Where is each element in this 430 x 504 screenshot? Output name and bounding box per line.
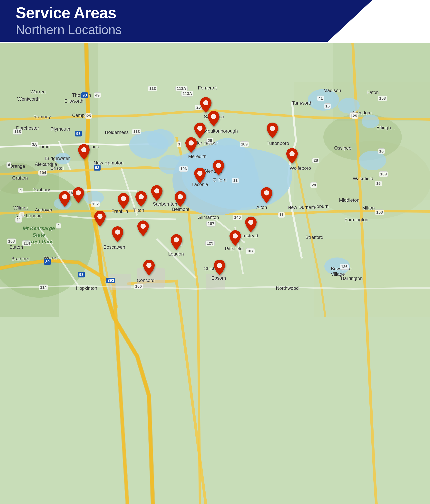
city-label-alton: Alton <box>256 205 267 210</box>
road-label-109-2: 109 <box>379 171 388 177</box>
map-pin-gilford[interactable] <box>213 160 224 176</box>
road-label-118: 118 <box>13 129 22 135</box>
city-label-pittsfield: Pittsfield <box>225 246 243 252</box>
city-label-strafford: Strafford <box>305 234 323 240</box>
svg-point-36 <box>216 163 221 168</box>
map-pin-moultonborough[interactable] <box>208 111 220 127</box>
map-pin-concord[interactable] <box>143 260 155 276</box>
svg-point-45 <box>115 229 120 234</box>
road-label-106-3: 106 <box>134 284 143 289</box>
map-pin-barnstead[interactable] <box>245 216 257 233</box>
page-title: Service Areas <box>16 4 357 22</box>
map-pin-epsom[interactable] <box>214 260 225 276</box>
road-label-3a-1: 3A <box>31 142 38 147</box>
map-pin-sanbornton[interactable] <box>151 185 163 202</box>
road-label-i93-north: 93 <box>81 92 88 98</box>
map-pin-warner[interactable] <box>94 211 106 227</box>
road-label-4-3: 4 <box>19 212 24 217</box>
road-label-25-4: 25 <box>206 138 214 144</box>
city-label-danbury: Danbury <box>32 187 50 192</box>
svg-point-17 <box>159 155 182 174</box>
city-label-wentworth: Wentworth <box>17 96 40 102</box>
map-pin-alexandria[interactable] <box>78 144 90 161</box>
svg-point-34 <box>290 151 295 156</box>
road-label-107-2: 107 <box>246 248 255 254</box>
road-label-114-1: 114 <box>22 241 31 246</box>
map-pin-tilton[interactable] <box>135 191 147 207</box>
road-label-107-1: 107 <box>206 221 215 226</box>
city-label-plymouth: Plymouth <box>51 126 70 132</box>
svg-point-46 <box>140 224 146 229</box>
city-label-holderness: Holderness <box>105 130 129 135</box>
svg-point-29 <box>203 100 208 105</box>
svg-point-49 <box>233 234 238 238</box>
map-pin-franklin[interactable] <box>118 193 129 209</box>
city-label-wilmot: Wilmot <box>13 205 28 211</box>
city-label-loudon: Loudon <box>168 251 184 257</box>
city-label-farmington: Farmington <box>345 217 368 222</box>
road-label-140: 140 <box>233 215 242 220</box>
svg-point-30 <box>211 114 216 119</box>
road-label-16-1: 16 <box>324 103 331 109</box>
city-label-warren: Warren <box>30 89 46 95</box>
svg-point-41 <box>139 194 144 199</box>
road-label-113a-2: 113A <box>181 91 193 97</box>
road-label-25-1: 25 <box>85 113 92 119</box>
svg-point-50 <box>217 263 222 268</box>
road-label-113: 113 <box>148 86 157 91</box>
city-label-milton: Milton <box>362 205 375 211</box>
map-pin-hill[interactable] <box>73 187 84 204</box>
city-label-wolfeboro: Wolfeboro <box>290 165 311 171</box>
city-label-madison: Madison <box>323 88 341 93</box>
svg-point-38 <box>154 188 159 193</box>
road-label-126: 126 <box>340 264 349 270</box>
city-label-sanbornton: Sanbornton <box>153 201 177 207</box>
city-label-gilmanton: Gilmanton <box>197 215 219 220</box>
map-pin-pittsfield[interactable] <box>229 230 241 247</box>
map-pin-concord-area[interactable] <box>137 220 149 237</box>
city-label-effingham: Effingh... <box>376 125 395 130</box>
svg-rect-7 <box>314 239 430 317</box>
map-pin-belmont[interactable] <box>174 191 186 207</box>
city-label-bridgewater: Bridgewater <box>45 156 70 161</box>
road-label-129: 129 <box>206 241 215 246</box>
svg-point-39 <box>62 194 67 199</box>
page-subtitle: Northern Locations <box>16 22 357 37</box>
map-container: Warren Ferncroft Madison Eaton Wentworth… <box>0 43 430 504</box>
road-label-4-2: 4 <box>18 188 23 193</box>
svg-point-32 <box>188 140 194 145</box>
city-label-coburn: Coburn <box>313 204 329 209</box>
city-label-bristol: Bristol <box>51 165 64 171</box>
svg-point-16 <box>147 129 174 149</box>
map-pin-andover[interactable] <box>59 191 71 207</box>
map-pin-boscawen[interactable] <box>112 226 123 243</box>
city-label-gilford: Gilford <box>213 177 226 183</box>
city-label-sutton: Sutton <box>9 244 23 250</box>
road-label-i93-3: 93 <box>94 165 101 171</box>
svg-point-33 <box>270 126 275 131</box>
map-pin-tuftonboro[interactable] <box>267 123 278 139</box>
map-pin-loudon[interactable] <box>170 234 182 251</box>
road-label-16-3: 16 <box>378 148 385 154</box>
city-label-meredith: Meredith <box>188 154 206 159</box>
map-pin-alton[interactable] <box>261 187 272 204</box>
svg-point-51 <box>146 263 151 268</box>
svg-point-47 <box>174 237 179 243</box>
map-pin-center-harbor[interactable] <box>194 123 206 139</box>
city-label-wakefield: Wakefield <box>353 176 373 181</box>
city-label-moultonborough: Moultonborough <box>204 128 238 134</box>
map-pin-meredith[interactable] <box>185 137 197 154</box>
road-label-4-4: 4 <box>56 223 61 228</box>
road-label-41: 41 <box>317 96 324 101</box>
map-pin-wolfeboro[interactable] <box>286 148 298 164</box>
svg-point-48 <box>248 220 253 225</box>
city-label-ossipee: Ossipee <box>334 145 351 151</box>
road-label-i93-2: 93 <box>75 131 82 136</box>
city-label-tuftonboro: Tuftonboro <box>267 141 289 146</box>
road-label-393: 393 <box>106 278 115 283</box>
road-label-25-3: 25 <box>351 113 358 119</box>
road-label-104: 104 <box>38 170 47 176</box>
road-label-103: 103 <box>7 238 16 244</box>
map-background: Warren Ferncroft Madison Eaton Wentworth… <box>0 43 430 504</box>
map-pin-laconia[interactable] <box>194 168 206 184</box>
